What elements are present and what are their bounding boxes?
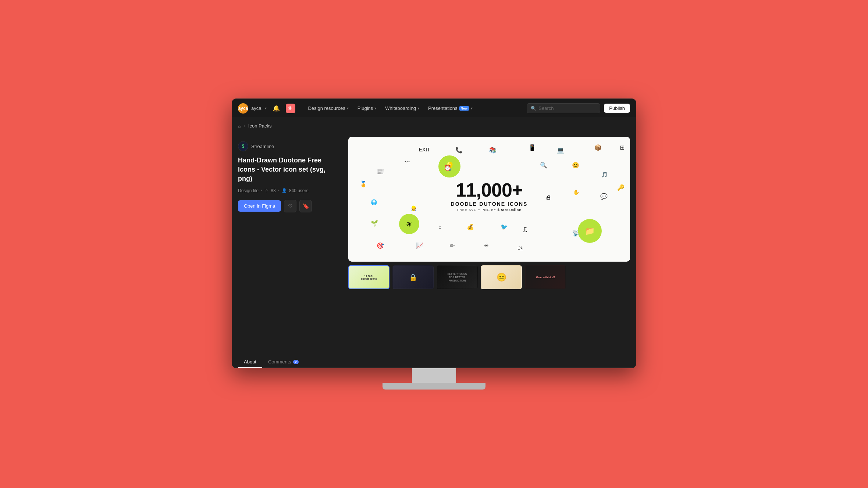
- search-box[interactable]: 🔍 Search: [527, 103, 600, 113]
- publish-button[interactable]: Publish: [604, 104, 630, 113]
- breadcrumb-home-icon[interactable]: ⌂: [238, 123, 241, 129]
- doodle-wifi: 📡: [572, 230, 579, 237]
- preview-subtext-label: FREE SVG + PNG BY: [457, 208, 497, 212]
- thumbnail-2-content: 🔒: [393, 266, 433, 288]
- bookmark-button[interactable]: 🔖: [299, 200, 312, 212]
- action-buttons: Open in Figma ♡ 🔖: [238, 200, 339, 212]
- doodle-plant: 🌱: [371, 220, 378, 227]
- preview-subtitle: DOODLE DUTONE ICONS: [451, 201, 528, 207]
- doodle-center-text: 11,000+ DOODLE DUTONE ICONS FREE SVG + P…: [451, 180, 528, 212]
- like-button[interactable]: ♡: [284, 200, 296, 212]
- plugins-chevron-icon: ▾: [374, 106, 376, 110]
- folder-icon: 📁: [585, 226, 595, 236]
- doodle-newspaper: 📰: [377, 168, 384, 175]
- breadcrumb-separator: ›: [244, 123, 245, 129]
- doodle-pencil: ✏: [450, 242, 455, 249]
- thumbnail-strip: 11,000+doodle icons 🔒 BETTER TOOLSFOR BE…: [348, 265, 630, 289]
- design-resources-chevron-icon: ▾: [347, 106, 349, 110]
- preview-subtext: FREE SVG + PNG BY $ streamline: [451, 208, 528, 212]
- presentations-new-badge: New: [459, 106, 470, 111]
- left-panel: $ Streamline Hand-Drawn Duotone Free Ico…: [238, 134, 348, 346]
- breadcrumb: ⌂ › Icon Packs: [232, 118, 636, 134]
- thumb-2-lock-icon: 🔒: [409, 273, 417, 281]
- monitor-screen: ayca ayca ▾ 🔔 Design resources ▾: [232, 98, 636, 368]
- bell-icon[interactable]: 🔔: [273, 105, 280, 112]
- doodle-books: 📚: [489, 147, 497, 154]
- monitor-stand-base: [383, 383, 485, 390]
- thumbnail-4-content: 😐: [481, 266, 521, 288]
- tab-comments-badge: 2: [293, 360, 299, 364]
- nav-presentations-label: Presentations: [428, 105, 458, 111]
- tab-about[interactable]: About: [238, 356, 262, 367]
- doodle-grid: ⊞: [620, 144, 625, 151]
- doodle-phone: 📞: [455, 147, 463, 154]
- figma-icon[interactable]: [286, 104, 295, 113]
- thumbnail-5[interactable]: Gear with bits!!: [525, 265, 566, 289]
- open-figma-button[interactable]: Open in Figma: [238, 200, 281, 212]
- nav-plugins-label: Plugins: [357, 105, 373, 111]
- avatar-initial: ayca: [238, 106, 248, 111]
- tab-comments[interactable]: Comments 2: [262, 356, 305, 367]
- doodle-record: 🎯: [377, 242, 384, 249]
- doodle-bag: 🛍: [517, 245, 523, 252]
- preview-big-number: 11,000+: [451, 180, 528, 200]
- doodle-music-note: 🎵: [601, 172, 608, 177]
- doodle-arrows: ↕: [438, 224, 441, 230]
- preview-image: 💡 ✈ 📁 EXIT 📞: [348, 137, 630, 262]
- right-panel: 💡 ✈ 📁 EXIT 📞: [348, 134, 630, 346]
- thumbnail-2[interactable]: 🔒: [392, 265, 434, 289]
- green-circle-plane: ✈: [399, 214, 419, 234]
- doodle-laptop: 💻: [557, 147, 564, 154]
- doodle-sparkle: ✳: [484, 242, 488, 249]
- likes-count: 83: [271, 188, 275, 193]
- doodle-face: 😊: [572, 162, 579, 169]
- search-icon: 🔍: [531, 106, 536, 111]
- doodle-globe: 🌐: [371, 199, 377, 205]
- nav-design-resources[interactable]: Design resources ▾: [304, 104, 352, 112]
- thumbnail-5-content: Gear with bits!!: [526, 266, 565, 288]
- tabs-row: About Comments 2: [232, 350, 636, 368]
- green-circle-folder: 📁: [578, 219, 602, 243]
- users-count: 840 users: [289, 188, 309, 193]
- thumbnail-3-content: BETTER TOOLSFOR BETTERPRODUCTION: [437, 266, 477, 288]
- thumbnail-3[interactable]: BETTER TOOLSFOR BETTERPRODUCTION: [437, 265, 478, 289]
- presentations-chevron-icon: ▾: [471, 106, 473, 110]
- nav-whiteboarding[interactable]: Whiteboarding ▾: [381, 104, 423, 112]
- doodle-clock: ⏰: [444, 164, 451, 171]
- thumb-1-label: 11,000+doodle icons: [361, 275, 377, 280]
- thumbnail-1[interactable]: 11,000+doodle icons: [348, 265, 389, 289]
- doodle-bird: 🐦: [501, 223, 508, 230]
- doodle-person: 👷: [410, 205, 417, 211]
- nav-plugins[interactable]: Plugins ▾: [354, 104, 380, 112]
- search-placeholder: Search: [538, 105, 554, 111]
- nav-links: Design resources ▾ Plugins ▾ Whiteboardi…: [304, 104, 524, 112]
- bookmark-icon: 🔖: [303, 203, 309, 209]
- nav-presentations[interactable]: Presentations New ▾: [424, 104, 476, 112]
- username-label: ayca: [251, 105, 261, 111]
- doodle-chart: 📈: [416, 242, 423, 249]
- nav-design-resources-label: Design resources: [308, 105, 345, 111]
- tab-about-label: About: [244, 359, 256, 365]
- doodle-gold-bars: 🏅: [360, 180, 367, 187]
- thumb-3-label: BETTER TOOLSFOR BETTERPRODUCTION: [447, 272, 467, 282]
- nav-whiteboarding-label: Whiteboarding: [385, 105, 416, 111]
- creator-avatar: $: [238, 141, 248, 151]
- heart-button-icon: ♡: [288, 203, 293, 209]
- main-layout: $ Streamline Hand-Drawn Duotone Free Ico…: [232, 134, 636, 346]
- thumb-5-label: Gear with bits!!: [536, 276, 555, 279]
- heart-icon: ♡: [264, 188, 268, 193]
- doodle-hand: ✋: [573, 189, 579, 195]
- meta-separator-2: •: [278, 188, 280, 193]
- doodle-printer: 🖨: [545, 194, 551, 201]
- doodle-search: 🔍: [540, 162, 547, 169]
- creator-avatar-icon: $: [242, 144, 245, 149]
- main-preview: 💡 ✈ 📁 EXIT 📞: [348, 137, 630, 262]
- creator-row: $ Streamline: [238, 141, 339, 151]
- resource-type: Design file: [238, 188, 259, 193]
- creator-name[interactable]: Streamline: [251, 144, 274, 149]
- user-avatar[interactable]: ayca: [238, 103, 248, 114]
- thumbnail-4[interactable]: 😐: [481, 265, 522, 289]
- thumbnail-1-content: 11,000+doodle icons: [349, 266, 389, 288]
- meta-separator-1: •: [261, 188, 262, 193]
- monitor-stand-neck: [412, 368, 456, 383]
